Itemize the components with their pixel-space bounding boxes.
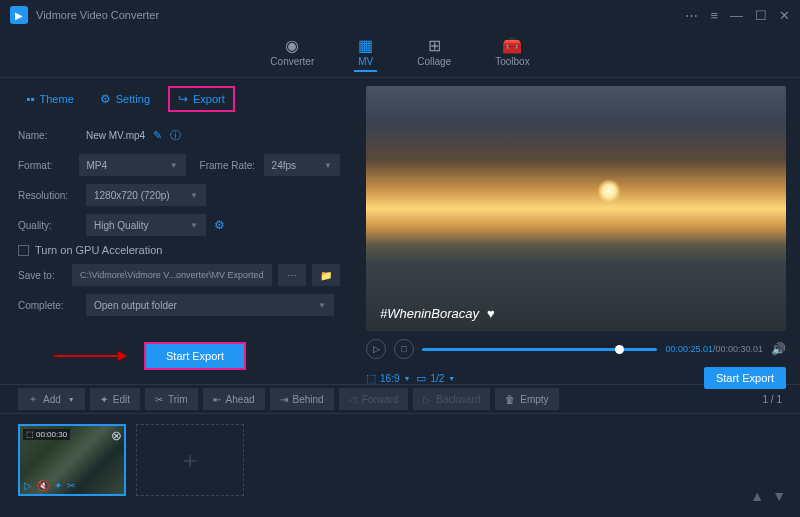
page-select[interactable]: ▭ 1/2 ▼ — [416, 372, 455, 385]
app-title: Vidmore Video Converter — [36, 9, 685, 21]
nav-converter[interactable]: ◉ Converter — [270, 36, 314, 71]
aspect-select[interactable]: ⬚ 16:9 ▼ — [366, 372, 410, 385]
scroll-down-icon[interactable]: ▼ — [772, 488, 786, 504]
seek-thumb[interactable] — [615, 345, 624, 354]
clip-row: ⬚ 00:00:30 ⊗ ▷ 🔇 ✦ ✂ ＋ ▲ ▼ — [0, 414, 800, 510]
add-button[interactable]: ＋ Add▼ — [18, 388, 85, 410]
maximize-icon[interactable]: ☐ — [755, 8, 767, 23]
edit-name-icon[interactable]: ✎ — [153, 129, 162, 142]
clip-thumbnail[interactable]: ⬚ 00:00:30 ⊗ ▷ 🔇 ✦ ✂ — [18, 424, 126, 496]
feedback-icon[interactable]: ⋯ — [685, 8, 698, 23]
forward-button[interactable]: ◁ Forward — [339, 388, 409, 410]
format-select[interactable]: MP4▼ — [79, 154, 186, 176]
info-icon[interactable]: ⓘ — [170, 128, 181, 143]
play-button[interactable]: ▷ — [366, 339, 386, 359]
export-panel: ▪▪ Theme ⚙ Setting ↪ Export Name: New MV… — [0, 78, 358, 384]
menu-icon[interactable]: ≡ — [710, 8, 718, 23]
export-icon: ↪ — [178, 92, 188, 106]
app-logo-icon: ▶ — [10, 6, 28, 24]
watermark-text: #WheninBoracay ♥ — [380, 306, 495, 321]
video-preview[interactable]: #WheninBoracay ♥ — [366, 86, 786, 331]
stop-button[interactable]: □ — [394, 339, 414, 359]
gpu-checkbox[interactable]: Turn on GPU Acceleration — [18, 244, 340, 256]
browse-button[interactable]: ⋯ — [278, 264, 306, 286]
page-icon: ▭ — [416, 372, 426, 385]
quality-select[interactable]: High Quality▼ — [86, 214, 206, 236]
backward-button[interactable]: ▷ Backward — [413, 388, 490, 410]
clip-play-icon[interactable]: ▷ — [24, 480, 32, 491]
theme-icon: ▪▪ — [26, 92, 35, 106]
name-label: Name: — [18, 130, 78, 141]
complete-label: Complete: — [18, 300, 78, 311]
tab-theme[interactable]: ▪▪ Theme — [18, 88, 82, 110]
time-display: 00:00:25.01/00:00:30.01 — [665, 344, 763, 354]
annotation-arrow — [54, 355, 126, 357]
close-icon[interactable]: ✕ — [779, 8, 790, 23]
checkbox-icon — [18, 245, 29, 256]
aspect-icon: ⬚ — [366, 372, 376, 385]
page-indicator: 1 / 1 — [763, 394, 782, 405]
empty-button[interactable]: 🗑 Empty — [495, 388, 558, 410]
edit-button[interactable]: ✦ Edit — [90, 388, 140, 410]
behind-button[interactable]: ⇥ Behind — [270, 388, 334, 410]
clip-effect-icon[interactable]: ✦ — [54, 480, 62, 491]
titlebar: ▶ Vidmore Video Converter ⋯ ≡ — ☐ ✕ — [0, 0, 800, 30]
format-label: Format: — [18, 160, 71, 171]
add-clip-button[interactable]: ＋ — [136, 424, 244, 496]
quality-settings-icon[interactable]: ⚙ — [214, 218, 225, 232]
nav-toolbox[interactable]: 🧰 Toolbox — [495, 36, 529, 71]
volume-icon[interactable]: 🔊 — [771, 342, 786, 356]
nav-collage[interactable]: ⊞ Collage — [417, 36, 451, 71]
start-export-button[interactable]: Start Export — [144, 342, 246, 370]
tab-setting[interactable]: ⚙ Setting — [92, 88, 158, 110]
saveto-path: C:\Vidmore\Vidmore V...onverter\MV Expor… — [72, 264, 272, 286]
scroll-up-icon[interactable]: ▲ — [750, 488, 764, 504]
complete-select[interactable]: Open output folder▼ — [86, 294, 334, 316]
clip-remove-icon[interactable]: ⊗ — [111, 428, 122, 443]
converter-icon: ◉ — [285, 36, 299, 54]
framerate-select[interactable]: 24fps▼ — [264, 154, 340, 176]
resolution-select[interactable]: 1280x720 (720p)▼ — [86, 184, 206, 206]
open-folder-button[interactable]: 📁 — [312, 264, 340, 286]
preview-content — [597, 179, 621, 203]
clip-duration: ⬚ 00:00:30 — [23, 429, 70, 440]
mv-icon: ▦ — [358, 36, 373, 54]
saveto-label: Save to: — [18, 270, 64, 281]
tab-export[interactable]: ↪ Export — [168, 86, 235, 112]
quality-label: Quality: — [18, 220, 78, 231]
clip-mute-icon[interactable]: 🔇 — [37, 480, 49, 491]
heart-icon: ♥ — [487, 306, 495, 321]
ahead-button[interactable]: ⇤ Ahead — [203, 388, 265, 410]
main-nav: ◉ Converter ▦ MV ⊞ Collage 🧰 Toolbox — [0, 30, 800, 78]
trim-button[interactable]: ✂ Trim — [145, 388, 198, 410]
start-export-button-2[interactable]: Start Export — [704, 367, 786, 389]
preview-panel: #WheninBoracay ♥ ▷ □ 00:00:25.01/00:00:3… — [358, 78, 800, 384]
minimize-icon[interactable]: — — [730, 8, 743, 23]
toolbox-icon: 🧰 — [502, 36, 522, 54]
nav-mv[interactable]: ▦ MV — [358, 36, 373, 71]
framerate-label: Frame Rate: — [200, 160, 256, 171]
collage-icon: ⊞ — [428, 36, 441, 54]
setting-icon: ⚙ — [100, 92, 111, 106]
clip-trim-icon[interactable]: ✂ — [67, 480, 75, 491]
resolution-label: Resolution: — [18, 190, 78, 201]
name-value: New MV.mp4 — [86, 130, 145, 141]
seek-slider[interactable] — [422, 348, 657, 351]
